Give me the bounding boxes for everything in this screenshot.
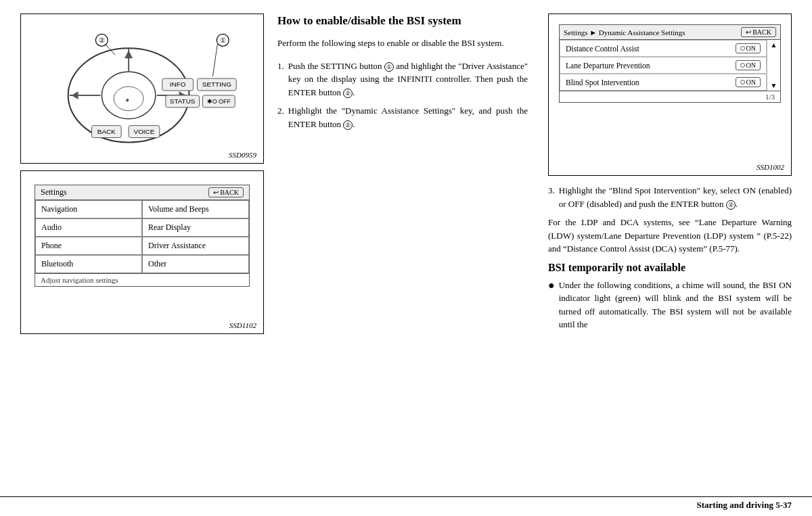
controller-diagram-label: SSD0959 [229, 151, 256, 159]
on-dot-3 [740, 80, 745, 85]
menu-item-other[interactable]: Other [142, 255, 249, 273]
dca-on-btn-3[interactable]: ON [736, 77, 761, 87]
svg-text:INFO: INFO [170, 80, 186, 88]
step-2: 2. Highlight the "Dynamic Assistance Set… [277, 104, 528, 131]
dca-back-btn[interactable]: ↩ BACK [741, 27, 776, 37]
menu-item-rear-display[interactable]: Rear Display [142, 218, 249, 237]
svg-text:②: ② [99, 37, 105, 44]
step-1-text: Push the SETTING button ① and highlight … [288, 60, 528, 99]
bullet-dot-1: ● [548, 279, 555, 331]
on-label-1: ON [746, 45, 756, 52]
dca-row-3[interactable]: Blind Spot Intervention ON [560, 74, 767, 91]
svg-text:●: ● [125, 96, 129, 103]
circle-1-icon: ① [384, 62, 394, 72]
svg-marker-9 [125, 50, 133, 58]
dca-on-btn-2[interactable]: ON [736, 60, 761, 70]
circle-2-icon-step3: ② [726, 200, 736, 210]
dca-header: Settings ► Dynamic Assistance Settings ↩… [560, 25, 780, 40]
section-title: How to enable/disable the BSI system [277, 14, 528, 28]
dca-screen: Settings ► Dynamic Assistance Settings ↩… [559, 24, 781, 103]
svg-text:✱O OFF: ✱O OFF [207, 98, 231, 105]
circle-2-icon-step2: ② [343, 120, 353, 130]
controller-diagram-box: ● INFO SETTING [20, 14, 264, 164]
menu-screen: Settings ↩ BACK Navigation Volume and Be… [35, 185, 250, 287]
controller-diagram: ● INFO SETTING [28, 21, 256, 156]
controller-svg: ● INFO SETTING [28, 21, 256, 149]
page-container: ● INFO SETTING [0, 0, 812, 496]
section-intro: Perform the following steps to enable or… [277, 37, 528, 50]
dca-row-1[interactable]: Distance Control Assist ON [560, 40, 767, 57]
left-column: ● INFO SETTING [20, 14, 264, 490]
step-3-text: Highlight the "Blind Spot Intervention" … [559, 184, 792, 210]
right-column: Settings ► Dynamic Assistance Settings ↩… [548, 14, 792, 490]
bullet-1-text: Under the following conditions, a chime … [559, 279, 792, 331]
on-label-3: ON [746, 78, 756, 86]
dca-footer: 1/3 [560, 91, 780, 102]
settings-menu-box: Settings ↩ BACK Navigation Volume and Be… [20, 170, 264, 334]
svg-marker-7 [72, 91, 78, 99]
on-dot-2 [740, 63, 745, 68]
menu-item-navigation[interactable]: Navigation [35, 200, 142, 218]
dca-row-2[interactable]: Lane Departure Prevention ON [560, 57, 767, 74]
menu-item-driver-assistance[interactable]: Driver Assistance [142, 237, 249, 255]
dca-header-title: Settings ► Dynamic Assistance Settings [564, 28, 685, 37]
on-dot-1 [740, 46, 745, 51]
step-2-num: 2. [277, 104, 284, 131]
bullet-item-1: ● Under the following conditions, a chim… [548, 279, 792, 331]
step-3-num: 3. [548, 184, 555, 210]
para-ldp-dca: For the LDP and DCA systems, see “Lane D… [548, 216, 792, 256]
step-1-num: 1. [277, 60, 284, 99]
scroll-bar: ▲ ▼ [767, 40, 780, 91]
settings-menu-label: SSD1102 [229, 321, 256, 329]
on-label-2: ON [746, 62, 756, 69]
back-label: BACK [220, 189, 239, 196]
menu-grid: Navigation Volume and Beeps Audio Rear D… [35, 200, 249, 273]
steps-list: 1. Push the SETTING button ① and highlig… [277, 60, 528, 131]
settings-back-btn[interactable]: ↩ BACK [208, 187, 244, 197]
menu-title: Settings [41, 187, 67, 197]
svg-text:BACK: BACK [97, 128, 116, 135]
dca-label-1: Distance Control Assist [566, 45, 639, 53]
menu-item-bluetooth[interactable]: Bluetooth [35, 255, 142, 273]
settings-diagram: Settings ↩ BACK Navigation Volume and Be… [28, 185, 256, 327]
menu-item-volume[interactable]: Volume and Beeps [142, 200, 249, 218]
dca-diagram-label: SSD1002 [757, 163, 784, 171]
svg-text:SETTING: SETTING [202, 80, 231, 88]
page-footer: Starting and driving 5-37 [0, 496, 812, 516]
dca-on-btn-1[interactable]: ON [736, 43, 761, 53]
scroll-down-icon[interactable]: ▼ [771, 82, 777, 89]
svg-text:VOICE: VOICE [134, 128, 155, 135]
step-3: 3. Highlight the "Blind Spot Interventio… [548, 184, 792, 210]
svg-text:①: ① [220, 37, 226, 44]
dca-items: Distance Control Assist ON Lane Departur… [560, 40, 767, 91]
subsection-bsi-title: BSI temporarily not available [548, 260, 792, 276]
dca-back-label: BACK [752, 28, 771, 36]
footer-text: Starting and driving 5-37 [697, 500, 792, 511]
step-2-text: Highlight the "Dynamic Assistance Settin… [288, 104, 528, 131]
dca-label-3: Blind Spot Intervention [566, 78, 639, 87]
menu-header: Settings ↩ BACK [35, 185, 249, 200]
dca-back-icon: ↩ [746, 28, 751, 36]
right-text-area: 3. Highlight the "Blind Spot Interventio… [548, 181, 792, 331]
circle-2-icon-step1: ② [343, 89, 353, 98]
menu-footer: Adjust navigation settings [35, 273, 249, 286]
svg-text:STATUS: STATUS [170, 97, 196, 105]
step-1: 1. Push the SETTING button ① and highlig… [277, 60, 528, 99]
dca-screen-box: Settings ► Dynamic Assistance Settings ↩… [548, 14, 792, 176]
back-arrow-icon: ↩ [213, 189, 219, 196]
menu-item-audio[interactable]: Audio [35, 218, 142, 237]
page-indicator: 1/3 [765, 93, 775, 101]
dca-label-2: Lane Departure Prevention [566, 62, 650, 70]
dca-scroll-area: Distance Control Assist ON Lane Departur… [560, 40, 780, 91]
scroll-up-icon[interactable]: ▲ [771, 41, 777, 49]
svg-line-27 [212, 44, 217, 76]
menu-item-phone[interactable]: Phone [35, 237, 142, 255]
middle-column: How to enable/disable the BSI system Per… [277, 14, 535, 490]
